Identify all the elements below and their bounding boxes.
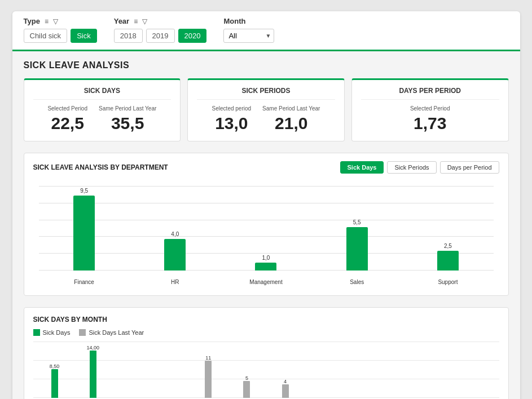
- month-select-wrapper: All January February March April May Jun…: [223, 29, 274, 43]
- sick-periods-title: SICK PERIODS: [197, 87, 335, 100]
- type-filter-label: Type: [24, 17, 40, 25]
- dept-label-management: Management: [221, 279, 311, 285]
- content-area: SICK LEAVE ANALYSIS SICK DAYS Selected P…: [12, 51, 520, 399]
- year-chip-2020[interactable]: 2020: [178, 29, 207, 43]
- sick-periods-card: SICK PERIODS Selected period 13,0 Same P…: [187, 78, 345, 141]
- type-sort-icon[interactable]: ▽: [53, 17, 58, 25]
- bar-label-management: 1,0: [262, 255, 270, 261]
- year-filter-label: Year: [114, 17, 129, 25]
- monthly-bars-wrapper: 8,50 14,00: [33, 342, 499, 398]
- sick-periods-last-year-value: 21,0: [262, 114, 320, 133]
- bar-management: [255, 263, 276, 271]
- sick-periods-selected: Selected period 13,0: [212, 105, 252, 133]
- type-chip-sick[interactable]: Sick: [71, 29, 97, 43]
- sick-days-selected-label: Selected Period: [47, 105, 87, 112]
- type-filter-group: Type ≡ ▽ Child sick Sick: [24, 17, 97, 43]
- year-sort-icon[interactable]: ▽: [142, 17, 147, 25]
- bar-label-finance: 9,5: [80, 188, 88, 194]
- month-may: 11: [189, 355, 227, 398]
- month-filter-label: Month: [223, 17, 245, 25]
- toggle-days-per-period[interactable]: Days per Period: [440, 161, 499, 174]
- kpi-row: SICK DAYS Selected Period 22,5 Same Peri…: [24, 78, 509, 141]
- sick-periods-last-year-label: Same Period Last Year: [262, 105, 320, 112]
- legend-dot-last-year: [79, 329, 86, 336]
- bar-item-management: 1,0: [255, 255, 276, 271]
- sick-periods-last-year: Same Period Last Year 21,0: [262, 105, 320, 133]
- sick-days-last-year-label: Same Period Last Year: [99, 105, 156, 112]
- legend-label-last-year: Sick Days Last Year: [89, 329, 144, 336]
- sick-days-last-year: Same Period Last Year 35,5: [99, 105, 156, 133]
- month-jun: 5: [227, 375, 266, 398]
- sick-days-selected-value: 22,5: [47, 114, 87, 133]
- month-jun-val: 5: [245, 375, 248, 381]
- month-jul-val: 4: [284, 379, 287, 384]
- legend-last-year: Sick Days Last Year: [79, 329, 144, 336]
- month-select[interactable]: All January February March April May Jun…: [223, 29, 274, 43]
- sick-days-selected: Selected Period 22,5: [47, 105, 87, 133]
- bar-label-sales: 5,5: [353, 219, 361, 225]
- monthly-chart-title: SICK DAYS BY MONTH: [33, 316, 499, 323]
- year-chip-2018[interactable]: 2018: [114, 29, 143, 43]
- bar-item-finance: 9,5: [73, 188, 95, 271]
- toggle-sick-days[interactable]: Sick Days: [340, 161, 384, 174]
- dept-label-support: Support: [402, 279, 493, 285]
- dept-label-sales: Sales: [311, 279, 402, 285]
- monthly-chart-section: SICK DAYS BY MONTH Sick Days Sick Days L…: [24, 307, 509, 399]
- year-filter-icon[interactable]: ≡: [134, 17, 138, 25]
- month-filter-group: Month All January February March April M…: [223, 17, 274, 43]
- chart-legend: Sick Days Sick Days Last Year: [33, 329, 499, 336]
- bars-container: 9,5 4,0 1,0 5,5: [39, 186, 494, 271]
- month-jan: 8,50: [36, 363, 74, 398]
- main-container: Type ≡ ▽ Child sick Sick Year ≡ ▽ 2018 2…: [12, 11, 520, 399]
- bar-finance: [73, 196, 95, 271]
- days-per-period-values: Selected Period 1,73: [361, 105, 499, 133]
- year-chip-2019[interactable]: 2019: [146, 29, 175, 43]
- filter-bar: Type ≡ ▽ Child sick Sick Year ≡ ▽ 2018 2…: [12, 11, 520, 51]
- sick-days-title: SICK DAYS: [33, 87, 172, 100]
- sick-days-values: Selected Period 22,5 Same Period Last Ye…: [33, 105, 172, 133]
- month-feb: 14,00: [74, 345, 112, 398]
- bar-feb-current: [90, 351, 96, 398]
- bar-label-hr: 4,0: [171, 231, 179, 237]
- dept-labels: Finance HR Management Sales Support: [39, 279, 494, 285]
- sick-leave-title: SICK LEAVE ANALYSIS: [24, 60, 509, 70]
- dept-chart-title: SICK LEAVE ANALYSIS BY DEPARTMENT: [33, 163, 168, 171]
- month-jul: 4: [266, 379, 305, 398]
- dept-chart-section: SICK LEAVE ANALYSIS BY DEPARTMENT Sick D…: [24, 153, 509, 296]
- days-per-period-selected: Selected Period 1,73: [410, 105, 450, 133]
- type-chip-child-sick[interactable]: Child sick: [24, 29, 68, 43]
- dept-bar-chart: 9,5 4,0 1,0 5,5: [33, 180, 499, 287]
- days-per-period-card: DAYS PER PERIOD Selected Period 1,73: [351, 78, 509, 141]
- sick-periods-selected-value: 13,0: [212, 114, 252, 133]
- year-chips: 2018 2019 2020: [114, 29, 207, 43]
- type-chips: Child sick Sick: [24, 29, 97, 43]
- toggle-sick-periods[interactable]: Sick Periods: [387, 161, 436, 174]
- month-may-val: 11: [205, 355, 211, 361]
- bar-jan-current: [51, 369, 58, 398]
- bar-label-support: 2,5: [444, 243, 452, 249]
- legend-sick-days: Sick Days: [33, 329, 71, 336]
- bar-jul-lastyear: [282, 384, 289, 398]
- dept-header: SICK LEAVE ANALYSIS BY DEPARTMENT Sick D…: [33, 161, 499, 174]
- dept-label-finance: Finance: [39, 279, 130, 285]
- sick-days-last-year-value: 35,5: [99, 114, 156, 133]
- chart-toggle: Sick Days Sick Periods Days per Period: [340, 161, 499, 174]
- month-feb-val: 14,00: [86, 345, 99, 351]
- bar-item-hr: 4,0: [164, 231, 186, 271]
- sick-periods-values: Selected period 13,0 Same Period Last Ye…: [197, 105, 335, 133]
- days-per-period-title: DAYS PER PERIOD: [361, 87, 499, 100]
- legend-label-sick-days: Sick Days: [43, 329, 71, 336]
- type-filter-icon[interactable]: ≡: [45, 17, 49, 25]
- monthly-grid-1: [33, 342, 499, 342]
- bar-jun-lastyear: [243, 381, 250, 398]
- legend-dot-sick-days: [33, 329, 40, 336]
- sick-periods-selected-label: Selected period: [212, 105, 252, 112]
- days-per-period-value: 1,73: [410, 114, 450, 133]
- days-per-period-label: Selected Period: [410, 105, 450, 112]
- dept-label-hr: HR: [130, 279, 221, 285]
- bar-item-sales: 5,5: [346, 219, 368, 271]
- year-filter-group: Year ≡ ▽ 2018 2019 2020: [114, 17, 207, 43]
- bar-item-support: 2,5: [437, 243, 459, 271]
- bar-hr: [164, 239, 186, 271]
- sick-days-card: SICK DAYS Selected Period 22,5 Same Peri…: [24, 78, 181, 141]
